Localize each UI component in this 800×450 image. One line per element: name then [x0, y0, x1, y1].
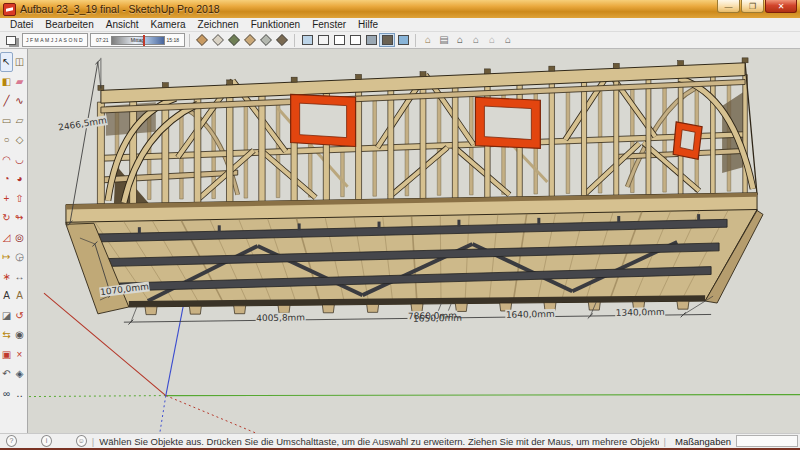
toolbar-separator: [415, 34, 416, 47]
linie-tool[interactable]: ╱: [0, 91, 13, 111]
schnittebene-tool[interactable]: ◪: [0, 306, 13, 326]
bogen-tool[interactable]: ◠: [0, 150, 13, 170]
status-message: Wählen Sie Objekte aus. Drücken Sie die …: [99, 436, 658, 447]
dimension-label-segment_mid: 1640,0mm: [506, 309, 555, 320]
model-canvas[interactable]: 2466,5mm1070,0mm4005,8mm7860,0mm1650,0mm…: [28, 49, 800, 433]
credits-icon[interactable]: i: [41, 435, 52, 447]
textured-mode-icon[interactable]: [379, 33, 395, 47]
window-title: Aufbau 23_3_19 final - SketchUp Pro 2018: [20, 3, 220, 15]
menu-datei[interactable]: Datei: [4, 19, 39, 30]
shadow-time-slider[interactable]: 07:21 Mittag 15:18: [90, 33, 185, 47]
tortenstueck-tool[interactable]: ◕: [13, 169, 26, 189]
skalieren-tool[interactable]: ◿: [0, 228, 13, 248]
xray-mode-icon[interactable]: [299, 33, 315, 47]
vieleck-tool[interactable]: ◇: [13, 130, 26, 150]
minimize-button[interactable]: —: [717, 0, 740, 13]
druecken-ziehen-tool[interactable]: ⇧: [13, 189, 26, 209]
view-back-icon[interactable]: ⌂: [484, 33, 500, 47]
style-thumbnail-1[interactable]: [194, 33, 210, 47]
style-thumbnail-5[interactable]: [258, 33, 274, 47]
style-thumbnail-4[interactable]: [242, 33, 258, 47]
back-edges-mode-icon[interactable]: [315, 33, 331, 47]
vorherige-ansicht-tool[interactable]: ↶: [0, 364, 13, 384]
modeling-viewport[interactable]: 2466,5mm1070,0mm4005,8mm7860,0mm1650,0mm…: [28, 49, 800, 433]
orbit-tool[interactable]: ↺: [13, 306, 26, 326]
measurements-input[interactable]: [736, 435, 798, 447]
versatz-tool[interactable]: ◎: [13, 228, 26, 248]
monochrome-mode-icon[interactable]: [395, 33, 411, 47]
menu-funktionen[interactable]: Funktionen: [245, 19, 306, 30]
rechteck-tool[interactable]: ▭: [0, 111, 13, 131]
style-thumbnail-6[interactable]: [274, 33, 290, 47]
zoomfenster-tool[interactable]: ▣: [0, 345, 13, 365]
umsehen-tool[interactable]: ∞: [0, 384, 13, 404]
toolbar: JFMAMJJASOND 07:21 Mittag 15:18 ⌂▤⌂⌂⌂⌂: [0, 32, 800, 49]
view-right-icon[interactable]: ⌂: [468, 33, 484, 47]
drei-punkt-bogen-tool[interactable]: ◔: [0, 169, 13, 189]
text-tool[interactable]: A: [0, 286, 13, 306]
view-front-icon[interactable]: ⌂: [452, 33, 468, 47]
sketchup-window: Aufbau 23_3_19 final - SketchUp Pro 2018…: [0, 0, 800, 450]
time-start-label: 07:21: [96, 37, 109, 43]
view-iso-icon[interactable]: ⌂: [420, 33, 436, 47]
gedrehtes-rechteck-tool[interactable]: ▱: [13, 111, 26, 131]
dimension-label-segment_left: 4005,8mm: [256, 312, 305, 323]
wireframe-mode-icon[interactable]: [331, 33, 347, 47]
hidden-line-mode-icon[interactable]: [347, 33, 363, 47]
freihand-tool[interactable]: ∿: [13, 91, 26, 111]
shadow-month-slider[interactable]: JFMAMJJASOND: [22, 33, 88, 47]
view-left-icon[interactable]: ⌂: [500, 33, 516, 47]
bemassung-tool[interactable]: ↔: [13, 267, 26, 287]
view-top-icon[interactable]: ▤: [436, 33, 452, 47]
3d-text-tool[interactable]: A: [13, 286, 26, 306]
menu-bar: DateiBearbeitenAnsichtKameraZeichnenFunk…: [0, 18, 800, 32]
komponente-erstellen-tool[interactable]: ◫: [13, 52, 26, 72]
account-icon[interactable]: ☺: [76, 435, 87, 447]
menu-ansicht[interactable]: Ansicht: [100, 19, 145, 30]
shadow-toggle-icon[interactable]: [3, 34, 19, 47]
menu-bearbeiten[interactable]: Bearbeiten: [39, 19, 99, 30]
kamera-positionieren-tool[interactable]: ◈: [13, 364, 26, 384]
geolocation-icon[interactable]: ?: [6, 435, 17, 447]
style-thumbnail-2[interactable]: [210, 33, 226, 47]
menu-zeichnen[interactable]: Zeichnen: [192, 19, 245, 30]
schwenken-tool[interactable]: ⇆: [0, 325, 13, 345]
gehen-tool[interactable]: ‥: [13, 384, 26, 404]
toolbar-separator: [189, 34, 190, 47]
menu-hilfe[interactable]: Hilfe: [352, 19, 384, 30]
drehen-tool[interactable]: ↻: [0, 208, 13, 228]
measurements-label: Maßangaben: [675, 436, 731, 447]
toolbar-separator: [294, 34, 295, 47]
verschieben-tool[interactable]: +: [0, 189, 13, 209]
tool-palette: ↖◫◧▰╱∿▭▱○◇◠◡◔◕+⇧↻↬◿◎↦◶∗↔AA◪↺⇆◉▣×↶◈∞‥: [0, 49, 28, 433]
noon-label: Mittag: [112, 37, 164, 44]
time-end-label: 15:18: [167, 37, 180, 43]
status-bar: ? i ☺ | Wählen Sie Objekte aus. Drücken …: [0, 433, 800, 448]
close-button[interactable]: ✕: [765, 0, 797, 13]
achsen-tool[interactable]: ∗: [0, 267, 13, 287]
time-slider-knob[interactable]: [143, 35, 145, 46]
zoom-tool[interactable]: ◉: [13, 325, 26, 345]
zwei-punkt-bogen-tool[interactable]: ◡: [13, 150, 26, 170]
menu-kamera[interactable]: Kamera: [145, 19, 192, 30]
time-gradient-slider[interactable]: Mittag: [111, 36, 165, 45]
auswaehlen-tool[interactable]: ↖: [0, 52, 13, 72]
style-thumbnail-3[interactable]: [226, 33, 242, 47]
shaded-mode-icon[interactable]: [363, 33, 379, 47]
title-bar: Aufbau 23_3_19 final - SketchUp Pro 2018…: [0, 0, 800, 18]
menu-fenster[interactable]: Fenster: [306, 19, 352, 30]
folge-mir-tool[interactable]: ↬: [13, 208, 26, 228]
sketchup-logo-icon: [3, 3, 16, 16]
kreis-tool[interactable]: ○: [0, 130, 13, 150]
farbeimer-tool[interactable]: ◧: [0, 72, 13, 92]
month-letters: JFMAMJJASOND: [26, 37, 84, 43]
dimension-label-overlap_back: 1650,0mm: [413, 313, 462, 324]
massband-tool[interactable]: ↦: [0, 247, 13, 267]
grenzen-zoomen-tool[interactable]: ×: [13, 345, 26, 365]
winkelmesser-tool[interactable]: ◶: [13, 247, 26, 267]
maximize-button[interactable]: ❐: [741, 0, 764, 13]
dimension-label-segment_right: 1340,0mm: [616, 307, 665, 318]
radierer-tool[interactable]: ▰: [13, 72, 26, 92]
